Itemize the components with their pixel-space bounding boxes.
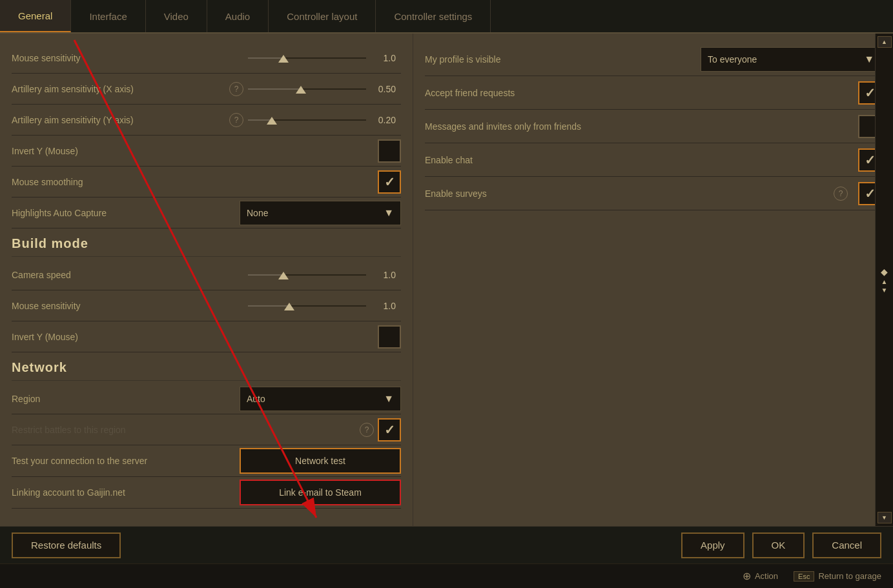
profile-dropdown-arrow: ▼ [864,54,874,65]
scrollbar: ▲ ◆ ▲ ▼ ▼ [875,34,893,526]
left-panel: Mouse sensitivity 1.0 Artillery aim sens… [0,34,413,526]
highlights-dropdown[interactable]: None ▼ [240,201,401,225]
tab-controller-settings[interactable]: Controller settings [376,0,491,32]
controller-icon: ⊕ [743,570,751,582]
artillery-x-label: Artillery aim sensitivity (X axis) [12,84,225,94]
invert-y-mouse-row: Invert Y (Mouse) [12,136,401,167]
apply-button[interactable]: Apply [681,532,744,558]
network-test-row: Test your connection to the server Netwo… [12,445,401,477]
tab-controller-layout-label: Controller layout [287,11,357,22]
scroll-down-button[interactable]: ▼ [878,512,892,523]
artillery-y-value: 0.20 [372,115,396,125]
enable-surveys-help-icon[interactable]: ? [834,187,848,201]
messages-invites-label: Messages and invites only from friends [425,121,852,132]
region-label: Region [12,394,240,404]
invert-y-mouse-checkbox[interactable] [378,139,401,163]
artillery-x-help-icon[interactable]: ? [229,82,243,96]
enable-chat-label: Enable chat [425,155,852,165]
linking-account-label: Linking account to Gaijin.net [12,487,240,498]
artillery-x-value: 0.50 [372,84,396,94]
restrict-battles-checkbox[interactable]: ✓ [378,418,401,441]
camera-speed-label: Camera speed [12,270,247,280]
artillery-y-slider[interactable]: 0.20 [247,115,396,125]
profile-visible-label: My profile is visible [425,54,701,65]
build-mouse-sensitivity-label: Mouse sensitivity [12,301,247,311]
network-heading: Network [12,360,401,375]
linking-account-row: Linking account to Gaijin.net Link e-mai… [12,477,401,509]
build-invert-y-checkbox[interactable] [378,325,401,349]
mouse-smoothing-label: Mouse smoothing [12,177,378,187]
build-mouse-sensitivity-value: 1.0 [372,301,396,311]
mouse-sensitivity-slider[interactable]: 1.0 [247,53,396,63]
artillery-x-slider[interactable]: 0.50 [247,84,396,94]
main-content: Mouse sensitivity 1.0 Artillery aim sens… [0,34,893,526]
esc-key: Esc [794,571,814,582]
build-mode-heading: Build mode [12,236,401,251]
scroll-up-button[interactable]: ▲ [878,36,892,48]
camera-speed-row: Camera speed 1.0 [12,259,401,290]
tab-interface-label: Interface [89,11,127,22]
return-item: Esc Return to garage [794,571,881,582]
action-label: Action [755,571,778,581]
restrict-battles-label: Restrict battles to this region [12,425,356,435]
network-test-label: Test your connection to the server [12,456,240,466]
tab-general[interactable]: General [0,0,71,32]
profile-visible-dropdown[interactable]: To everyone ▼ [701,47,881,72]
highlights-dropdown-arrow: ▼ [384,207,394,219]
tab-controller-settings-label: Controller settings [394,11,472,22]
region-dropdown-arrow: ▼ [384,393,394,405]
messages-invites-row: Messages and invites only from friends [425,110,881,143]
restore-defaults-button[interactable]: Restore defaults [12,532,121,558]
tab-audio-label: Audio [225,11,250,22]
ok-button[interactable]: OK [752,532,805,558]
camera-speed-value: 1.0 [372,270,396,280]
mouse-smoothing-row: Mouse smoothing ✓ [12,167,401,198]
mouse-sensitivity-value: 1.0 [372,53,396,63]
region-row: Region Auto ▼ [12,383,401,414]
friend-requests-label: Accept friend requests [425,88,852,98]
right-panel: My profile is visible To everyone ▼ Acce… [413,34,893,526]
invert-y-mouse-label: Invert Y (Mouse) [12,146,378,156]
artillery-y-row: Artillery aim sensitivity (Y axis) ? 0.2… [12,105,401,136]
highlights-label: Highlights Auto Capture [12,208,240,218]
link-email-button[interactable]: Link e-mail to Steam [240,480,401,505]
network-test-button[interactable]: Network test [240,448,401,474]
tab-bar: General Interface Video Audio Controller… [0,0,893,34]
tab-audio[interactable]: Audio [207,0,269,32]
artillery-x-row: Artillery aim sensitivity (X axis) ? 0.5… [12,74,401,105]
restrict-battles-row: Restrict battles to this region ? ✓ [12,414,401,445]
bottom-bar: Restore defaults Apply OK Cancel [0,526,893,563]
mouse-smoothing-checkbox[interactable]: ✓ [378,170,401,194]
tab-general-label: General [18,10,52,21]
build-invert-y-mouse-row: Invert Y (Mouse) [12,321,401,352]
profile-visible-row: My profile is visible To everyone ▼ [425,43,881,76]
enable-surveys-label: Enable surveys [425,188,830,199]
highlights-row: Highlights Auto Capture None ▼ [12,198,401,228]
build-mouse-sensitivity-row: Mouse sensitivity 1.0 [12,290,401,321]
cancel-button[interactable]: Cancel [812,532,881,558]
tab-controller-layout[interactable]: Controller layout [269,0,376,32]
friend-requests-row: Accept friend requests ✓ [425,76,881,110]
region-dropdown[interactable]: Auto ▼ [240,387,401,411]
enable-surveys-row: Enable surveys ? ✓ [425,177,881,210]
camera-speed-slider[interactable]: 1.0 [247,270,396,280]
return-label: Return to garage [818,571,881,581]
artillery-y-help-icon[interactable]: ? [229,113,243,127]
tab-interface[interactable]: Interface [71,0,145,32]
restrict-battles-help-icon[interactable]: ? [360,423,374,437]
enable-chat-row: Enable chat ✓ [425,143,881,177]
action-bar: ⊕ Action Esc Return to garage [0,563,893,588]
tab-video-label: Video [164,11,189,22]
mouse-sensitivity-label: Mouse sensitivity [12,53,247,63]
mouse-sensitivity-row: Mouse sensitivity 1.0 [12,43,401,74]
artillery-y-label: Artillery aim sensitivity (Y axis) [12,115,225,125]
build-mouse-sensitivity-slider[interactable]: 1.0 [247,301,396,311]
build-invert-y-label: Invert Y (Mouse) [12,332,378,342]
action-item: ⊕ Action [743,570,778,582]
tab-video[interactable]: Video [146,0,207,32]
